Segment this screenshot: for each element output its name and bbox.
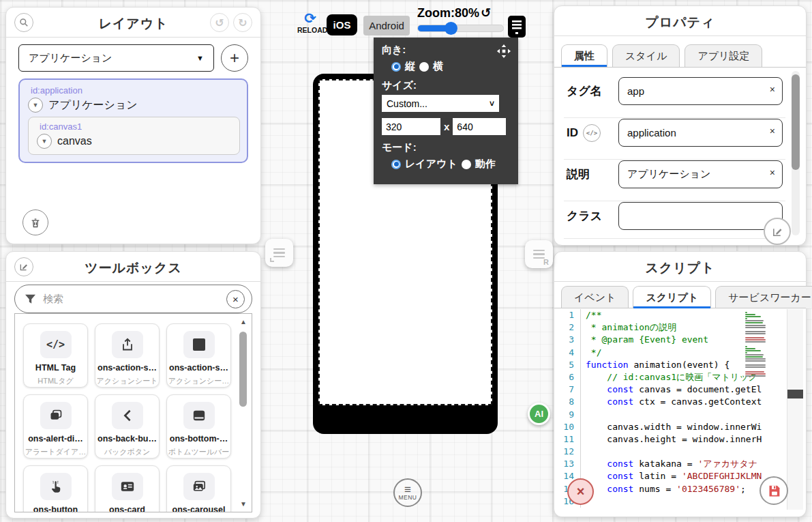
code-line: 10 canvas.width = window.innerWi: [556, 421, 805, 433]
tool-card-component[interactable]: ons-card: [95, 465, 160, 512]
line-number: 10: [556, 421, 580, 433]
clear-search-icon[interactable]: ×: [226, 290, 245, 308]
tag-name-input[interactable]: [618, 77, 783, 105]
save-button[interactable]: [760, 476, 788, 505]
tool-alert-dialog[interactable]: ons-alert-di… アラートダイア…: [23, 394, 88, 459]
menu-button[interactable]: ≡ MENU: [393, 478, 422, 507]
tool-back-button[interactable]: ons-back-bu… バックボタン: [95, 394, 160, 459]
id-input[interactable]: [618, 119, 783, 147]
properties-scroll-thumb[interactable]: [792, 74, 800, 170]
android-toggle-button[interactable]: Android: [363, 16, 410, 35]
tree-node-label: アプリケーション: [48, 98, 138, 113]
line-number: 2: [556, 321, 580, 334]
zoom-label: Zoom:80%↺: [417, 5, 491, 20]
orientation-landscape-radio[interactable]: [419, 62, 429, 72]
tab-attributes[interactable]: 属性: [561, 44, 607, 67]
line-number: 9: [556, 409, 580, 421]
tab-app-settings[interactable]: アプリ設定: [685, 44, 762, 67]
tool-subtitle: アクションシート: [95, 376, 159, 386]
code-minimap[interactable]: [745, 310, 766, 379]
tool-carousel[interactable]: ons-carousel: [166, 465, 231, 512]
zoom-slider-thumb[interactable]: [445, 22, 457, 35]
undo-icon[interactable]: ↺: [210, 13, 229, 32]
toolbox-panel-title: ツールボックス: [6, 259, 260, 277]
properties-panel-header: プロパティ: [554, 6, 806, 36]
orientation-portrait-radio[interactable]: [391, 62, 401, 72]
tool-action-sheet[interactable]: ons-action-s… アクションシート: [95, 323, 160, 388]
layout-panel: レイアウト ↺ ↻ アプリケーション ▼ + id:application ▼ …: [5, 7, 261, 244]
tool-action-sheet-button[interactable]: ons-action-s… アクションシー…: [166, 323, 231, 388]
line-number: 12: [556, 446, 580, 458]
description-field[interactable]: ×: [618, 160, 783, 188]
search-placeholder: 検索: [43, 293, 220, 306]
description-input[interactable]: [618, 160, 783, 188]
tab-style[interactable]: スタイル: [612, 44, 680, 67]
move-handle-icon[interactable]: [496, 44, 511, 61]
close-script-button[interactable]: ×: [567, 478, 594, 505]
mode-label: モード:: [382, 141, 510, 154]
tab-script[interactable]: スクリプト: [633, 286, 711, 308]
note-lines-icon: [273, 248, 285, 257]
page-select[interactable]: アプリケーション ▼: [18, 44, 214, 72]
notes-button-right[interactable]: R: [525, 240, 553, 268]
clear-field-icon[interactable]: ×: [770, 167, 775, 178]
code-icon: </>: [40, 331, 72, 358]
tool-html-tag[interactable]: </> HTML Tag HTMLタグ: [23, 323, 88, 388]
edit-class-button[interactable]: [764, 218, 791, 245]
scroll-up-icon[interactable]: ▲: [239, 318, 248, 325]
tool-bottom-toolbar[interactable]: ons-bottom-… ボトムツールバー: [166, 394, 231, 459]
toolbox-scroll-thumb[interactable]: [239, 332, 247, 407]
zoom-reset-icon[interactable]: ↺: [481, 6, 491, 20]
size-preset-select[interactable]: Custom... ˅: [382, 95, 499, 112]
tool-name: ons-carousel: [167, 505, 230, 512]
tab-events[interactable]: イベント: [561, 286, 629, 308]
clear-field-icon[interactable]: ×: [770, 84, 775, 95]
ios-toggle-button[interactable]: iOS: [327, 14, 357, 35]
collapse-icon[interactable]: ▼: [28, 98, 43, 113]
delete-node-button[interactable]: [22, 209, 48, 235]
device-preview-icon[interactable]: [508, 16, 526, 40]
id-card-icon: [112, 473, 143, 500]
tool-name: ons-action-s…: [95, 363, 159, 373]
ai-assistant-button[interactable]: AI: [528, 403, 550, 425]
device-height-input[interactable]: [453, 118, 506, 135]
code-line: 5function animation(event) {: [556, 359, 805, 371]
row-divider: [564, 117, 785, 118]
clear-field-icon[interactable]: ×: [770, 126, 775, 136]
tree-node-canvas1[interactable]: id:canvas1 ▼ canvas: [28, 117, 240, 155]
carousel-images-icon: [183, 473, 215, 500]
device-width-input[interactable]: [382, 118, 440, 135]
properties-scrollbar[interactable]: [792, 71, 800, 235]
chevron-down-icon: ˅: [490, 99, 494, 108]
tab-service-worker[interactable]: サービスワーカー: [715, 286, 812, 308]
class-input[interactable]: [618, 202, 783, 230]
id-label: ID </>: [567, 124, 618, 142]
toolbox-scrollbar[interactable]: ▲ ▼: [237, 317, 250, 509]
tool-name: ons-action-s…: [167, 363, 230, 373]
add-page-button[interactable]: +: [221, 44, 248, 72]
mode-layout-radio[interactable]: [391, 160, 401, 169]
properties-panel-title: プロパティ: [554, 14, 806, 31]
redo-icon[interactable]: ↻: [233, 13, 252, 32]
id-code-icon[interactable]: </>: [583, 124, 601, 142]
scroll-down-icon[interactable]: ▼: [239, 500, 248, 508]
class-field[interactable]: [618, 202, 783, 230]
notes-button-left[interactable]: [265, 239, 293, 267]
tool-button[interactable]: ons-button: [23, 465, 88, 512]
tag-name-field[interactable]: ×: [618, 77, 783, 105]
script-panel-header: スクリプト: [554, 252, 806, 282]
reload-button[interactable]: ⟳ RELOAD: [297, 11, 323, 34]
tool-name: ons-back-bu…: [95, 434, 159, 444]
square-icon: [183, 331, 215, 358]
mode-action-label: 動作: [475, 158, 496, 171]
line-number: 13: [556, 458, 580, 470]
id-field[interactable]: ×: [618, 119, 783, 147]
mode-action-radio[interactable]: [462, 160, 471, 169]
tree-node-application[interactable]: id:application ▼ アプリケーション id:canvas1 ▼ c…: [18, 78, 248, 163]
toolbox-search[interactable]: 検索 ×: [14, 285, 252, 313]
collapse-icon[interactable]: ▼: [37, 134, 52, 149]
editor-scroll-thumb[interactable]: [787, 390, 803, 398]
zoom-slider[interactable]: [417, 25, 504, 32]
editor-scrollbar[interactable]: [787, 309, 803, 510]
script-panel-title: スクリプト: [554, 259, 806, 277]
